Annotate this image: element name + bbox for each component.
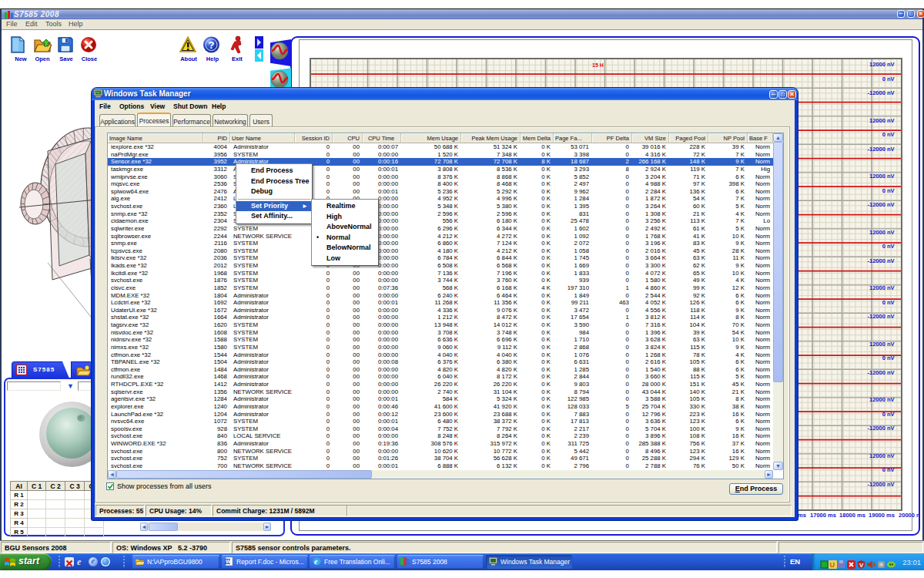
svg-text:V: V (859, 561, 864, 568)
svg-text:12000 nV: 12000 nV (869, 173, 895, 180)
svg-text:?: ? (209, 39, 215, 51)
svg-text:-12000 nV: -12000 nV (867, 313, 894, 320)
svg-text:12000 nV: 12000 nV (869, 284, 895, 291)
svg-text:U: U (830, 561, 835, 569)
svg-text:0 nV: 0 nV (882, 411, 895, 418)
svg-text:0 nV: 0 nV (882, 243, 895, 250)
svg-text:12000 nV: 12000 nV (869, 117, 895, 124)
svg-text:e: e (314, 557, 318, 566)
svg-text:12000 nV: 12000 nV (869, 229, 895, 236)
svg-text:-12000 nV: -12000 nV (867, 481, 894, 488)
svg-text:0 nV: 0 nV (882, 466, 895, 473)
svg-text:-12000 nV: -12000 nV (867, 257, 894, 264)
svg-text:0 nV: 0 nV (882, 355, 895, 361)
svg-text:-12000 nV: -12000 nV (867, 369, 894, 376)
svg-text:0 nV: 0 nV (882, 76, 895, 82)
svg-text:-12000 nV: -12000 nV (867, 146, 894, 153)
svg-text:-12000 nV: -12000 nV (867, 89, 894, 96)
svg-text:12000 nV: 12000 nV (869, 452, 895, 459)
svg-text:0 nV: 0 nV (882, 131, 895, 138)
svg-text:12000 nV: 12000 nV (869, 341, 895, 348)
svg-text:12000 nV: 12000 nV (869, 396, 895, 403)
svg-text:-12000 nV: -12000 nV (867, 425, 894, 432)
svg-text:12000 nV: 12000 nV (869, 61, 895, 68)
svg-text:15 H: 15 H (592, 62, 604, 68)
svg-text:W: W (226, 559, 231, 564)
svg-text:-12000 nV: -12000 nV (867, 201, 894, 208)
svg-text:0 nV: 0 nV (882, 187, 895, 194)
svg-text:0 nV: 0 nV (882, 299, 895, 306)
